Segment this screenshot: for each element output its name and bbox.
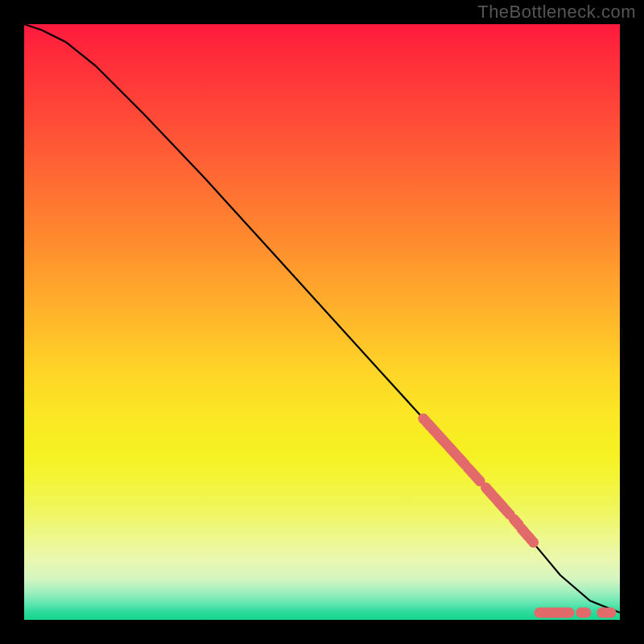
watermark-text: TheBottleneck.com: [477, 2, 636, 23]
highlight-dot: [564, 608, 575, 618]
highlight-points-group: [418, 413, 616, 617]
chart-frame: TheBottleneck.com: [0, 0, 644, 644]
highlight-dot: [528, 537, 539, 547]
highlight-dot: [580, 608, 591, 618]
curve-line: [24, 24, 620, 613]
highlight-dot: [605, 608, 616, 618]
plot-area: [24, 24, 620, 620]
chart-overlay: [24, 24, 620, 620]
